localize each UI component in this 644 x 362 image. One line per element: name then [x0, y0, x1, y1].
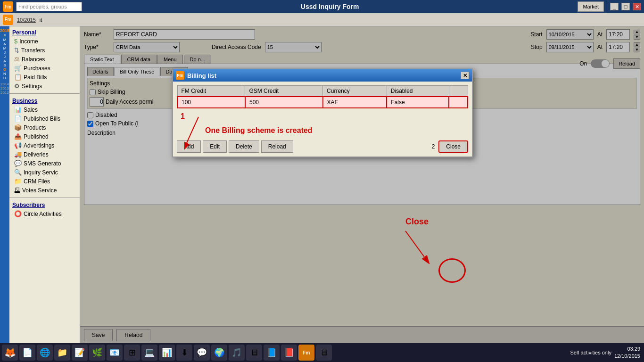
cell-gsm-credit: 500 [245, 97, 323, 108]
sidebar-item-products[interactable]: 📦 Products [12, 123, 77, 132]
deliveries-label: Deliveries [24, 151, 49, 158]
deliveries-icon: 🚚 [14, 151, 22, 158]
sidebar-item-crm-files[interactable]: 📁 CRM Files [12, 177, 77, 186]
year-2012[interactable]: 2012 [0, 90, 9, 95]
search-input[interactable] [16, 2, 82, 11]
paid-bills-label: Paid Bills [24, 74, 47, 81]
taskbar-files-icon[interactable]: 📁 [54, 345, 70, 361]
sidebar-item-sms[interactable]: 💬 SMS Generato [12, 159, 77, 168]
month-may[interactable]: M [3, 46, 7, 50]
month-apr[interactable]: A [3, 42, 6, 46]
taskbar-torrent-icon[interactable]: ⬇ [176, 345, 192, 361]
sidebar-divider-1 [9, 93, 80, 94]
sidebar-item-purchases[interactable]: 🛒 Purchases [12, 64, 77, 73]
sidebar-item-advertisings[interactable]: 📢 Advertisings [12, 141, 77, 150]
billing-table-row[interactable]: 100 500 XAF False [177, 97, 468, 108]
sidebar-item-income[interactable]: $ Income [12, 37, 77, 46]
col-extra [449, 86, 468, 97]
sidebar-item-settings-personal[interactable]: ⚙ Settings [12, 82, 77, 90]
billing-modal: Fm Billing list ✕ FM Credit GSM Credit C… [172, 68, 473, 157]
modal-body: FM Credit GSM Credit Currency Disabled 1… [173, 82, 472, 156]
year-2013[interactable]: 2013 [0, 86, 9, 90]
modal-close-x-button[interactable]: ✕ [461, 72, 469, 79]
sidebar-item-inquiry[interactable]: 🔍 Inquiry Servic [12, 168, 77, 177]
cell-fm-credit: 100 [177, 97, 245, 108]
minimize-button[interactable]: _ [610, 3, 619, 10]
month-mar[interactable]: M [3, 38, 7, 42]
balances-label: Balances [22, 56, 45, 63]
published-bills-label: Published Bills [24, 115, 60, 122]
cell-extra [449, 97, 468, 108]
taskbar-vs-icon[interactable]: 💻 [141, 345, 157, 361]
taskbar-leaf-icon[interactable]: 🌿 [89, 345, 105, 361]
business-section: Business 📊 Sales 📄 Published Bills 📦 Pro… [9, 95, 80, 197]
second-toolbar: Fm 10/2015 it [0, 13, 644, 26]
sidebar-item-transfers[interactable]: ⇅ Transfers [12, 46, 77, 55]
crm-files-label: CRM Files [24, 178, 50, 185]
taskbar-word-icon[interactable]: 📘 [264, 345, 280, 361]
taskbar-self-activities: Self activities only [570, 350, 611, 355]
personal-section: Personal $ Income ⇅ Transfers ⚖ Balances… [9, 26, 80, 92]
paid-bills-icon: 📋 [14, 74, 22, 81]
month-dec[interactable]: D [3, 76, 6, 80]
taskbar-impress-icon[interactable]: 📊 [159, 345, 175, 361]
published-prod-icon: 📤 [14, 133, 22, 140]
sales-label: Sales [24, 107, 38, 113]
taskbar-email-icon[interactable]: 📧 [107, 345, 123, 361]
sidebar-item-balances[interactable]: ⚖ Balances [12, 55, 77, 64]
sidebar-item-votes[interactable]: 🗳 Votes Service [12, 186, 77, 195]
income-icon: $ [14, 38, 17, 45]
close-window-button[interactable]: ✕ [633, 3, 641, 10]
col-gsm-credit: GSM Credit [245, 86, 323, 97]
sidebar-item-circle[interactable]: ⭕ Circle Activities [12, 209, 77, 218]
taskbar: 🦊 📄 🌐 📁 📝 🌿 📧 ⊞ 💻 📊 ⬇ 💬 🌍 🎵 🖥 📘 📕 Fm 🖥 S… [0, 343, 644, 362]
fm-logo[interactable]: Fm [3, 1, 13, 12]
income-label: Income [19, 38, 38, 45]
taskbar-monitor-icon[interactable]: 🖥 [316, 345, 332, 361]
maximize-button[interactable]: □ [621, 3, 630, 10]
taskbar-clock: 03:29 12/10/2015 [614, 346, 640, 360]
transfers-icon: ⇅ [14, 47, 19, 54]
business-title[interactable]: Business [12, 97, 77, 105]
month-sep[interactable]: S [3, 63, 6, 67]
taskbar-pdf2-icon[interactable]: 📕 [281, 345, 297, 361]
date-suffix: it [40, 17, 42, 23]
taskbar-skype-icon[interactable]: 💬 [194, 345, 210, 361]
month-feb[interactable]: F [4, 33, 6, 38]
modal-logo: Fm [176, 71, 184, 80]
sidebar-item-published-prod[interactable]: 📤 Published [12, 132, 77, 141]
sidebar-item-published-bills[interactable]: 📄 Published Bills [12, 114, 77, 123]
taskbar-chrome-icon[interactable]: 🌐 [37, 345, 53, 361]
subscribers-section: Subscribers ⭕ Circle Activities [9, 199, 80, 220]
window-title: Ussd Inquiry Form [85, 3, 575, 10]
current-year-label[interactable]: 2015 [0, 28, 9, 33]
sidebar-item-deliveries[interactable]: 🚚 Deliveries [12, 150, 77, 159]
col-fm-credit: FM Credit [177, 86, 245, 97]
taskbar-apps-icon[interactable]: ⊞ [124, 345, 140, 361]
published-bills-icon: 📄 [14, 115, 22, 122]
circle-icon: ⭕ [14, 210, 22, 217]
taskbar-notepad-icon[interactable]: 📝 [72, 345, 88, 361]
taskbar-screen-icon[interactable]: 🖥 [246, 345, 262, 361]
taskbar-date: 12/10/2015 [614, 353, 640, 360]
taskbar-pdf-icon[interactable]: 📄 [19, 345, 35, 361]
taskbar-vlc-icon[interactable]: 🎵 [229, 345, 245, 361]
month-oct[interactable]: O [3, 67, 6, 72]
date-display[interactable]: 10/2015 [17, 17, 36, 23]
taskbar-globe-icon[interactable]: 🌍 [211, 345, 227, 361]
taskbar-firefox-icon[interactable]: 🦊 [2, 345, 18, 361]
sidebar-item-paid-bills[interactable]: 📋 Paid Bills [12, 73, 77, 82]
col-disabled: Disabled [387, 86, 449, 97]
taskbar-fm-icon[interactable]: Fm [298, 345, 314, 361]
month-aug[interactable]: A [3, 59, 6, 63]
month-year-strip: 2015 F M A M J J A S O N D 2014 2013 201… [0, 26, 9, 343]
month-jun[interactable]: J [4, 50, 6, 55]
market-button[interactable]: Market [578, 1, 604, 12]
svg-line-1 [187, 117, 198, 143]
month-jul[interactable]: J [4, 55, 6, 59]
subscribers-title[interactable]: Subscribers [12, 201, 77, 209]
personal-title[interactable]: Personal [12, 28, 77, 37]
year-2014[interactable]: 2014 [0, 82, 9, 86]
month-nov[interactable]: N [3, 72, 6, 76]
sidebar-item-sales[interactable]: 📊 Sales [12, 105, 77, 114]
